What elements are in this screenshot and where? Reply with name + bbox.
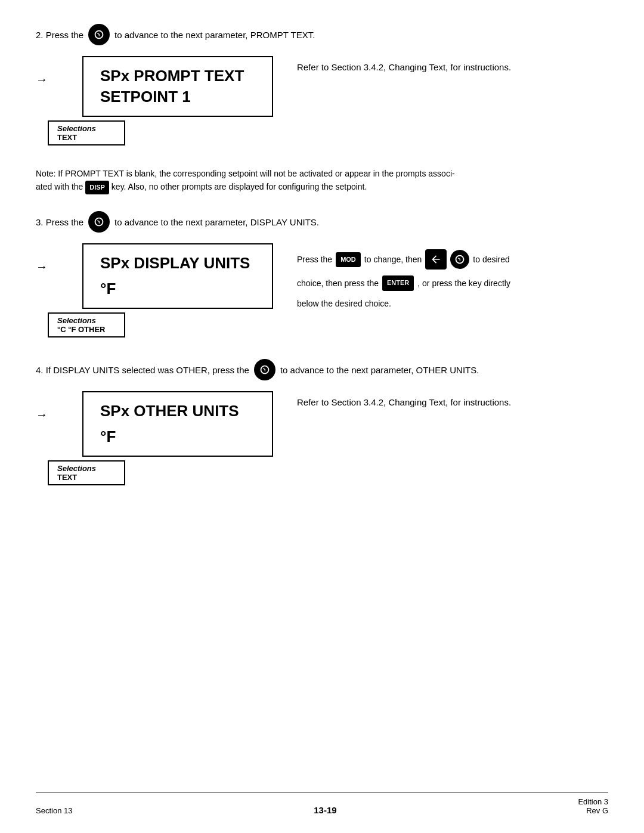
step2-arrow-display: → SPx PROMPT TEXT SETPOINT 1 bbox=[36, 56, 273, 117]
disp-key: DISP bbox=[85, 181, 109, 195]
step4-suffix: to advance to the next parameter, OTHER … bbox=[280, 365, 479, 375]
step3-arrow: → bbox=[36, 249, 47, 274]
step2-arrow: → bbox=[36, 62, 47, 86]
step4-right: Refer to Section 3.4.2, Changing Text, f… bbox=[297, 391, 608, 407]
step2-suffix: to advance to the next parameter, PROMPT… bbox=[114, 30, 315, 40]
note-text1: Note: If PROMPT TEXT is blank, the corre… bbox=[36, 169, 455, 178]
footer-rev: Rev G bbox=[578, 806, 608, 815]
step4-arrow: → bbox=[36, 397, 47, 422]
step2-sel-value: TEXT bbox=[57, 133, 116, 142]
step3-left: → SPx DISPLAY UNITS °F Selections °C °F … bbox=[36, 243, 273, 337]
step3-controls: Press the MOD to change, then to desired bbox=[297, 249, 524, 310]
footer-center: 13-19 bbox=[314, 805, 336, 815]
step3-section: 3. Press the to advance to the next para… bbox=[36, 211, 608, 337]
scroll-key-2[interactable] bbox=[88, 211, 110, 233]
footer-edition: Edition 3 bbox=[578, 797, 608, 806]
footer-right: Edition 3 Rev G bbox=[578, 797, 608, 815]
step3-arrow-display: → SPx DISPLAY UNITS °F bbox=[36, 243, 273, 309]
step2-display-box: SPx PROMPT TEXT SETPOINT 1 bbox=[82, 56, 273, 117]
enter-key[interactable]: ENTER bbox=[382, 275, 414, 291]
mod-key[interactable]: MOD bbox=[336, 252, 361, 268]
step3-display-box: SPx DISPLAY UNITS °F bbox=[82, 243, 273, 309]
step4-display-title: SPx OTHER UNITS bbox=[100, 402, 255, 420]
step2-sel-label: Selections bbox=[57, 124, 116, 133]
step4-section: 4. If DISPLAY UNITS selected was OTHER, … bbox=[36, 359, 608, 485]
step3-sel-value: °C °F OTHER bbox=[57, 325, 116, 334]
note-section: Note: If PROMPT TEXT is blank, the corre… bbox=[36, 167, 572, 194]
step4-display-value: °F bbox=[100, 428, 255, 446]
step2-right: Refer to Section 3.4.2, Changing Text, f… bbox=[297, 56, 608, 72]
scroll-key-1[interactable] bbox=[88, 24, 110, 45]
step2-display-title: SPx PROMPT TEXT bbox=[100, 67, 255, 85]
left-arrow-key[interactable] bbox=[425, 249, 447, 270]
note-text2: ated with the bbox=[36, 182, 83, 191]
to-desired-label: to desired bbox=[473, 253, 509, 266]
step4-sel-value: TEXT bbox=[57, 473, 116, 482]
step3-prefix: 3. Press the bbox=[36, 217, 83, 227]
step4-selections-box: Selections TEXT bbox=[48, 460, 125, 485]
step4-arrow-display: → SPx OTHER UNITS °F bbox=[36, 391, 273, 457]
note-text3: key. Also, no other prompts are displaye… bbox=[112, 182, 367, 191]
step2-refer: Refer to Section 3.4.2, Changing Text, f… bbox=[297, 62, 511, 72]
step4-line: 4. If DISPLAY UNITS selected was OTHER, … bbox=[36, 359, 608, 380]
step2-display-subtitle: SETPOINT 1 bbox=[100, 88, 255, 106]
step3-display-value: °F bbox=[100, 280, 255, 298]
step3-sel-label: Selections bbox=[57, 316, 116, 325]
step4-left: → SPx OTHER UNITS °F Selections TEXT bbox=[36, 391, 273, 485]
to-change-label: to change, then bbox=[364, 253, 422, 266]
step4-content-row: → SPx OTHER UNITS °F Selections TEXT Ref… bbox=[36, 391, 608, 485]
step2-section: 2. Press the to advance to the next para… bbox=[36, 24, 608, 145]
step2-left: → SPx PROMPT TEXT SETPOINT 1 Selections … bbox=[36, 56, 273, 145]
press-the-label: Press the bbox=[297, 253, 332, 266]
step3-display-title: SPx DISPLAY UNITS bbox=[100, 254, 255, 272]
step3-right: Press the MOD to change, then to desired bbox=[297, 243, 608, 310]
step3-selections-box: Selections °C °F OTHER bbox=[48, 312, 125, 337]
step4-display-box: SPx OTHER UNITS °F bbox=[82, 391, 273, 457]
step2-prefix: 2. Press the bbox=[36, 30, 83, 40]
step3-line: 3. Press the to advance to the next para… bbox=[36, 211, 608, 233]
choice-text-label: choice, then press the bbox=[297, 277, 379, 290]
below-label: below the desired choice. bbox=[297, 299, 391, 308]
step2-content-row: → SPx PROMPT TEXT SETPOINT 1 Selections … bbox=[36, 56, 608, 145]
or-press-label: , or press the key directly bbox=[417, 277, 510, 290]
footer-left: Section 13 bbox=[36, 806, 72, 815]
step3-suffix: to advance to the next parameter, DISPLA… bbox=[114, 217, 319, 227]
step2-line: 2. Press the to advance to the next para… bbox=[36, 24, 608, 45]
step4-sel-label: Selections bbox=[57, 464, 116, 473]
scroll-key-4[interactable] bbox=[254, 359, 275, 380]
page-footer: Section 13 13-19 Edition 3 Rev G bbox=[36, 792, 608, 815]
scroll-key-3[interactable] bbox=[450, 250, 469, 269]
step3-content-row: → SPx DISPLAY UNITS °F Selections °C °F … bbox=[36, 243, 608, 337]
step4-prefix: 4. If DISPLAY UNITS selected was OTHER, … bbox=[36, 365, 249, 375]
step4-refer: Refer to Section 3.4.2, Changing Text, f… bbox=[297, 397, 511, 407]
step2-selections-box: Selections TEXT bbox=[48, 120, 125, 145]
